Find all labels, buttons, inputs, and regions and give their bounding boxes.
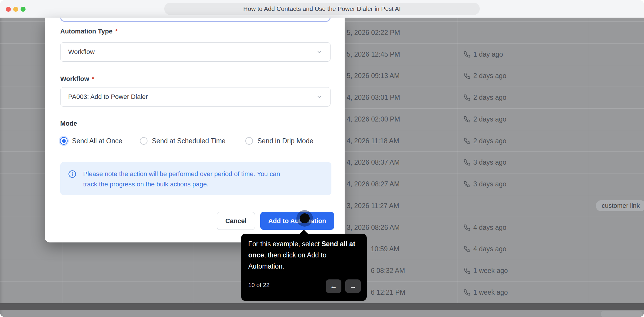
radio-selected-icon [60, 137, 68, 145]
last-call-text: 2 days ago [473, 115, 507, 123]
last-call-text: 3 days ago [473, 180, 507, 188]
close-window-button[interactable] [6, 7, 11, 12]
table-cell-last-call: 3 days ago [464, 151, 507, 173]
mode-label: Mode [60, 120, 77, 127]
last-call-text: 2 days ago [473, 94, 507, 102]
table-cell-last-call: 2 days ago [464, 65, 507, 87]
table-cell-date: 5, 2026 02:22 PM [347, 22, 400, 43]
last-call-text: 1 week ago [473, 289, 508, 296]
radio-unselected-icon [245, 137, 253, 145]
arrow-left-icon: ← [330, 282, 337, 290]
workflow-label: Workflow* [60, 75, 94, 83]
table-cell-date: 4, 2026 08:27 AM [347, 173, 400, 195]
phone-icon [464, 267, 470, 274]
chevron-down-icon [316, 49, 323, 55]
table-cell-last-call: 1 week ago [464, 281, 508, 303]
phone-icon [464, 72, 470, 79]
last-call-text: 1 week ago [473, 267, 508, 275]
workflow-value: PA003: Add to Power Dialer [68, 93, 148, 101]
click-indicator [296, 210, 313, 227]
browser-window: 5, 2026 02:22 PM 5, 2026 12:45 PM 1 day … [0, 0, 644, 317]
table-cell-date: 6 12:21 PM [371, 281, 405, 303]
last-call-text: 1 day ago [473, 50, 503, 58]
table-cell-date: 5, 2026 09:13 AM [347, 65, 400, 87]
horizontal-scrollbar[interactable] [0, 303, 644, 310]
tooltip-text: For this example, select Send all at onc… [248, 238, 361, 272]
last-call-text: 4 days ago [473, 224, 507, 232]
tour-tooltip: For this example, select Send all at onc… [241, 234, 367, 301]
phone-icon [464, 116, 470, 123]
table-cell-last-call: 4 days ago [464, 238, 507, 260]
table-cell-date: 3, 2026 11:27 AM [347, 195, 399, 217]
phone-icon [464, 246, 470, 252]
minimize-window-button[interactable] [13, 7, 18, 12]
radio-unselected-icon [140, 137, 147, 145]
phone-icon [464, 51, 470, 58]
phone-icon [464, 289, 470, 296]
workflow-select[interactable]: PA003: Add to Power Dialer [60, 87, 331, 107]
table-cell-last-call: 2 days ago [464, 108, 507, 130]
table-cell-last-call: 4 days ago [464, 217, 507, 238]
phone-icon [464, 159, 470, 166]
table-cell-last-call: 2 days ago [464, 130, 507, 152]
table-cell-date: 4, 2026 03:01 PM [347, 87, 400, 108]
radio-send-at-scheduled-time[interactable]: Send at Scheduled Time [140, 136, 226, 146]
table-cell-date: 6 08:32 AM [371, 260, 405, 281]
radio-send-all-at-once[interactable]: Send All at Once [60, 136, 122, 146]
arrow-right-icon: → [350, 282, 357, 290]
dimmed-pagination-control [601, 311, 642, 317]
click-indicator-dot [300, 213, 310, 223]
automation-type-select[interactable]: Workflow [60, 42, 331, 62]
phone-icon [464, 138, 470, 144]
table-cell-last-call: 1 week ago [464, 260, 508, 281]
screenshot-stage: 5, 2026 02:22 PM 5, 2026 12:45 PM 1 day … [0, 0, 644, 317]
window-title: How to Add Contacts and Use the Power Di… [243, 5, 401, 12]
radio-label: Send in Drip Mode [257, 137, 313, 145]
zoom-window-button[interactable] [21, 7, 26, 12]
radio-label: Send at Scheduled Time [152, 137, 226, 145]
last-call-text: 2 days ago [473, 72, 507, 80]
table-cell-last-call: 1 day ago [464, 43, 503, 65]
table-cell-date: 4, 2026 11:18 AM [347, 130, 399, 152]
phone-icon [464, 181, 470, 188]
automation-type-label: Automation Type* [60, 28, 118, 35]
step-counter: 10 of 22 [248, 282, 269, 289]
chevron-down-icon [316, 94, 323, 100]
info-message: Please note the action will be performed… [83, 169, 318, 189]
table-cell-date: 4, 2026 08:37 AM [347, 151, 400, 173]
automation-type-value: Workflow [68, 48, 95, 56]
last-call-text: 4 days ago [473, 245, 507, 253]
last-call-text: 3 days ago [473, 158, 507, 166]
clipped-focused-input[interactable] [60, 18, 331, 22]
next-step-button[interactable]: → [345, 279, 361, 293]
window-titlebar: How to Add Contacts and Use the Power Di… [0, 0, 644, 18]
radio-label: Send All at Once [72, 137, 122, 145]
previous-step-button[interactable]: ← [326, 279, 341, 293]
table-cell-date: 10:59 AM [371, 238, 399, 260]
last-call-text: 2 days ago [473, 137, 507, 145]
table-cell-date: 4, 2026 02:00 PM [347, 108, 400, 130]
required-asterisk: * [115, 28, 118, 35]
table-cell-last-call: 2 days ago [464, 87, 507, 108]
radio-send-in-drip-mode[interactable]: Send in Drip Mode [245, 136, 313, 146]
table-cell-last-call: 3 days ago [464, 173, 507, 195]
cancel-button[interactable]: Cancel [217, 212, 255, 230]
info-alert: Please note the action will be performed… [60, 162, 331, 195]
window-title-pill: How to Add Contacts and Use the Power Di… [164, 3, 480, 15]
phone-icon [464, 224, 470, 231]
tag-pill-customer-link: customer link [596, 200, 644, 211]
info-icon [68, 170, 76, 178]
required-asterisk: * [92, 75, 95, 82]
phone-icon [464, 94, 470, 101]
add-to-automation-modal: Automation Type* Workflow Workflow* PA00… [45, 18, 345, 242]
table-cell-date: 5, 2026 12:45 PM [347, 43, 400, 65]
